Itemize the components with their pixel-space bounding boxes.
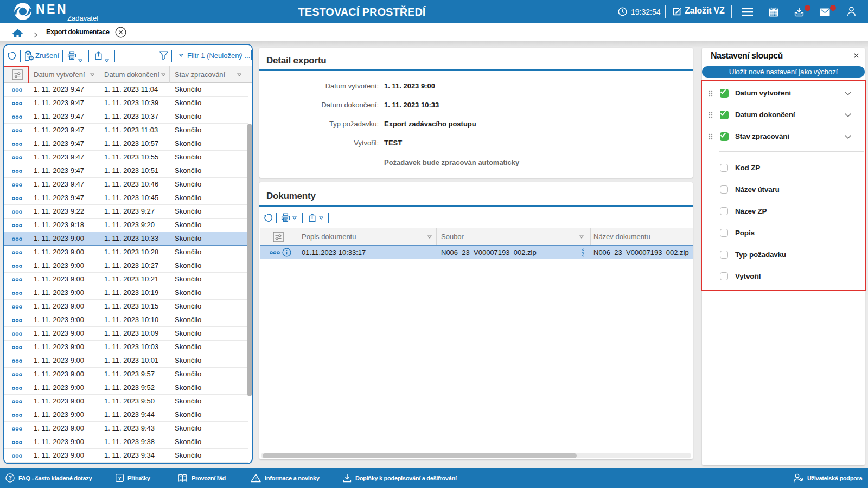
svg-text:?: ?: [118, 475, 122, 481]
svg-text:?: ?: [8, 474, 11, 481]
